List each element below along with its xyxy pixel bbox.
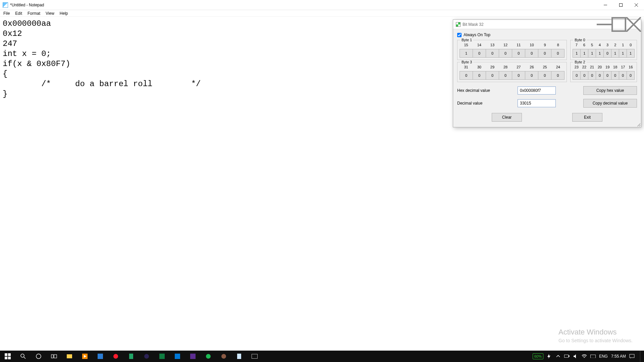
byte0-bit-label-7: 7 [573,43,580,47]
taskbar-app-media[interactable] [77,351,93,362]
bitmask-maximize-button[interactable] [611,20,626,29]
byte2-bit-18[interactable]: 0 [611,71,619,80]
language-indicator[interactable]: ENG [599,354,608,359]
taskbar-app-vs[interactable] [185,351,201,362]
task-view-icon[interactable] [46,351,62,362]
menu-view[interactable]: View [43,10,57,16]
clock[interactable]: 7:55 AM [611,354,626,359]
search-icon[interactable] [15,351,31,362]
byte1-bit-14[interactable]: 0 [473,49,486,58]
taskbar-app-spotify[interactable] [201,351,216,362]
notepad-title: *Untitled - Notepad [10,3,44,7]
taskbar-app-photos[interactable] [93,351,108,362]
hex-input[interactable] [518,86,556,95]
taskbar-app-vscode[interactable] [170,351,185,362]
byte2-bit-19[interactable]: 0 [603,71,611,80]
byte1-bit-10[interactable]: 0 [525,49,538,58]
copy-hex-button[interactable]: Copy hex value [583,86,637,95]
taskbar-app-bitmask[interactable] [247,351,262,362]
byte3-bit-29[interactable]: 0 [486,71,499,80]
byte0-bit-label-2: 2 [611,43,619,47]
wifi-icon[interactable] [582,354,587,359]
svg-rect-14 [129,354,133,359]
svg-rect-12 [98,354,103,359]
svg-rect-8 [51,355,53,358]
byte1-bit-9[interactable]: 0 [538,49,551,58]
byte1-bit-label-14: 14 [473,43,486,47]
taskbar-app-sheets[interactable] [123,351,139,362]
byte0-bit-label-3: 3 [604,43,611,47]
byte2-bit-21[interactable]: 0 [588,71,596,80]
byte2-bit-22[interactable]: 0 [580,71,588,80]
byte0-bit-7[interactable]: 1 [573,49,581,58]
minimize-button[interactable] [598,0,613,10]
byte3-bit-31[interactable]: 0 [460,71,473,80]
svg-rect-25 [630,354,634,358]
power-icon[interactable] [547,354,552,359]
activation-watermark: Activate Windows Go to Settings to activ… [558,328,633,343]
copy-dec-button[interactable]: Copy decimal value [583,99,637,108]
byte3-bit-24[interactable]: 0 [551,71,565,80]
byte1-bit-11[interactable]: 0 [512,49,525,58]
taskbar-app-eclipse[interactable] [139,351,154,362]
dec-input[interactable] [518,99,556,107]
byte2-bit-label-19: 19 [604,65,611,69]
menu-file[interactable]: File [1,10,12,16]
byte3-bit-26[interactable]: 0 [525,71,538,80]
byte0-bit-4[interactable]: 1 [596,49,604,58]
maximize-button[interactable] [613,0,629,10]
volume-icon[interactable] [573,354,578,359]
byte0-bit-6[interactable]: 1 [580,49,588,58]
always-on-top-checkbox[interactable] [457,33,462,37]
byte3-bit-28[interactable]: 0 [499,71,512,80]
byte3-bit-30[interactable]: 0 [473,71,486,80]
byte2-bit-17[interactable]: 0 [619,71,627,80]
byte0-bit-0[interactable]: 1 [627,49,635,58]
byte3-bit-25[interactable]: 0 [538,71,551,80]
bitmask-close-button[interactable] [626,20,641,29]
exit-button[interactable]: Exit [572,113,602,122]
resize-grip[interactable] [636,122,640,126]
bitmask-titlebar[interactable]: Bit Mask 32 [453,20,641,29]
start-button[interactable] [0,351,15,362]
byte2-bit-16[interactable]: 0 [627,71,635,80]
byte3-title: Byte 3 [460,60,473,64]
byte0-bit-3[interactable]: 0 [603,49,611,58]
menu-help[interactable]: Help [57,10,71,16]
clear-button[interactable]: Clear [492,113,522,122]
byte0-bit-2[interactable]: 1 [611,49,619,58]
byte0-bit-label-5: 5 [588,43,596,47]
close-button[interactable] [629,0,644,10]
byte2-bit-20[interactable]: 0 [596,71,604,80]
taskbar-app-notepad[interactable] [231,351,247,362]
keyboard-icon[interactable] [590,354,596,359]
svg-point-6 [21,354,24,357]
hex-label: Hex decimal value [457,88,514,93]
byte2-bit-23[interactable]: 0 [573,71,581,80]
byte1-group: Byte 1 15141312111098 10000000 [457,40,567,60]
taskbar-app-gimp[interactable] [216,351,231,362]
byte0-bit-label-6: 6 [580,43,588,47]
byte1-bit-15[interactable]: 1 [460,49,473,58]
battery-icon[interactable] [564,354,570,359]
svg-rect-23 [569,355,569,357]
byte3-bit-label-26: 26 [525,65,538,69]
byte1-bit-12[interactable]: 0 [499,49,512,58]
battery-indicator[interactable]: 60% [533,353,543,359]
cortana-icon[interactable] [31,351,46,362]
byte1-bit-8[interactable]: 0 [551,49,565,58]
menu-edit[interactable]: Edit [12,10,25,16]
byte1-bit-13[interactable]: 0 [486,49,499,58]
menu-format[interactable]: Format [25,10,43,16]
byte0-bit-5[interactable]: 1 [588,49,596,58]
tray-chevron-up-icon[interactable] [555,354,561,359]
action-center-icon[interactable] [629,354,635,359]
taskbar-app-excel[interactable] [154,351,170,362]
byte3-bit-27[interactable]: 0 [512,71,525,80]
byte0-bit-1[interactable]: 1 [619,49,627,58]
taskbar-app-explorer[interactable] [62,351,77,362]
svg-rect-21 [237,354,241,359]
bitmask-minimize-button[interactable] [597,20,611,29]
taskbar-app-opera[interactable] [108,351,123,362]
show-desktop-button[interactable] [640,351,642,362]
